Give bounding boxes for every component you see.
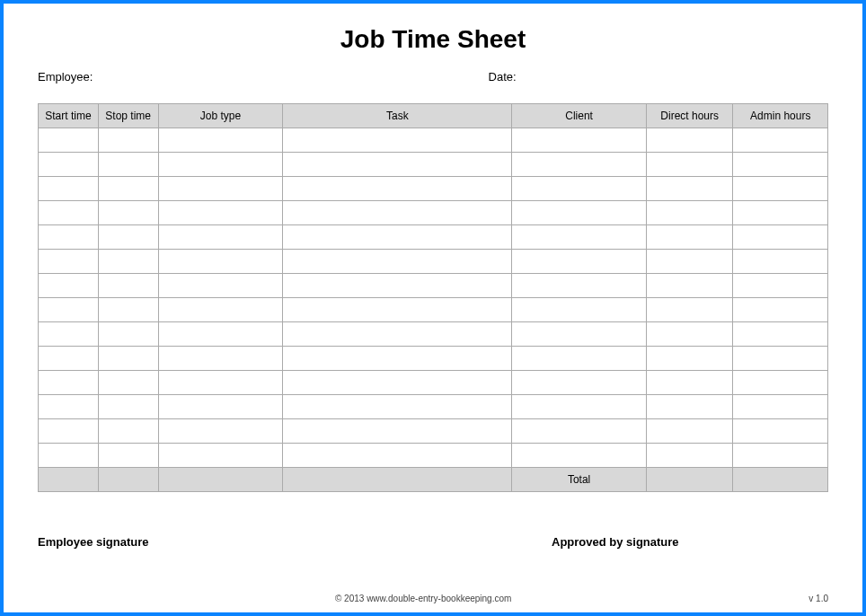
table-cell[interactable] [158,322,283,347]
table-cell[interactable] [512,444,646,468]
table-cell[interactable] [646,128,733,153]
table-cell[interactable] [283,298,512,322]
table-cell[interactable] [158,298,283,322]
table-cell[interactable] [283,395,512,419]
table-cell[interactable] [39,322,99,347]
table-cell[interactable] [646,322,733,347]
table-cell[interactable] [512,177,646,201]
table-cell[interactable] [158,395,283,419]
table-cell[interactable] [646,298,733,322]
table-cell[interactable] [39,444,99,468]
table-cell[interactable] [158,444,283,468]
table-cell[interactable] [512,347,646,371]
table-cell[interactable] [283,371,512,395]
table-cell[interactable] [646,225,733,250]
table-cell[interactable] [512,371,646,395]
table-cell[interactable] [646,153,733,177]
table-cell[interactable] [158,419,283,444]
table-cell[interactable] [733,274,828,298]
table-cell[interactable] [733,395,828,419]
table-cell[interactable] [512,225,646,250]
table-cell[interactable] [98,201,158,225]
table-cell[interactable] [283,419,512,444]
table-cell[interactable] [283,250,512,274]
table-cell[interactable] [733,128,828,153]
table-cell[interactable] [512,322,646,347]
table-cell[interactable] [646,395,733,419]
table-cell[interactable] [158,153,283,177]
table-cell[interactable] [158,201,283,225]
table-cell[interactable] [733,444,828,468]
table-cell[interactable] [98,371,158,395]
table-cell[interactable] [98,347,158,371]
table-cell[interactable] [98,444,158,468]
table-cell[interactable] [733,347,828,371]
table-cell[interactable] [98,395,158,419]
table-cell[interactable] [39,250,99,274]
table-cell[interactable] [98,128,158,153]
table-cell[interactable] [733,225,828,250]
table-cell[interactable] [283,153,512,177]
table-cell[interactable] [646,177,733,201]
table-cell[interactable] [512,201,646,225]
table-cell[interactable] [733,153,828,177]
table-cell[interactable] [98,419,158,444]
table-cell[interactable] [733,250,828,274]
table-cell[interactable] [283,225,512,250]
table-cell[interactable] [158,128,283,153]
table-cell[interactable] [39,419,99,444]
table-cell[interactable] [283,128,512,153]
table-cell[interactable] [39,201,99,225]
table-cell[interactable] [733,298,828,322]
table-row [39,274,828,298]
table-cell[interactable] [283,347,512,371]
table-cell[interactable] [39,128,99,153]
table-cell[interactable] [39,371,99,395]
table-cell[interactable] [98,322,158,347]
table-cell[interactable] [283,444,512,468]
table-cell[interactable] [158,274,283,298]
table-cell[interactable] [646,250,733,274]
table-cell[interactable] [512,298,646,322]
table-cell[interactable] [646,274,733,298]
table-cell[interactable] [39,395,99,419]
table-cell[interactable] [39,153,99,177]
table-cell[interactable] [39,274,99,298]
table-cell[interactable] [98,225,158,250]
table-cell[interactable] [733,419,828,444]
table-cell[interactable] [733,371,828,395]
table-cell[interactable] [283,274,512,298]
table-cell[interactable] [98,153,158,177]
table-cell[interactable] [646,419,733,444]
table-cell[interactable] [158,371,283,395]
table-cell[interactable] [39,347,99,371]
table-cell[interactable] [646,347,733,371]
table-cell[interactable] [733,177,828,201]
table-cell[interactable] [98,177,158,201]
table-cell[interactable] [646,371,733,395]
table-cell[interactable] [283,201,512,225]
table-cell[interactable] [158,225,283,250]
table-cell[interactable] [283,322,512,347]
table-cell[interactable] [512,153,646,177]
table-cell[interactable] [512,419,646,444]
table-row [39,128,828,153]
table-cell[interactable] [733,201,828,225]
table-cell[interactable] [512,274,646,298]
table-cell[interactable] [646,444,733,468]
table-cell[interactable] [512,128,646,153]
table-cell[interactable] [158,347,283,371]
table-cell[interactable] [646,201,733,225]
table-cell[interactable] [39,225,99,250]
table-cell[interactable] [512,395,646,419]
table-cell[interactable] [733,322,828,347]
table-cell[interactable] [39,298,99,322]
table-cell[interactable] [98,298,158,322]
table-cell[interactable] [39,177,99,201]
table-cell[interactable] [98,250,158,274]
table-cell[interactable] [158,177,283,201]
table-cell[interactable] [98,274,158,298]
table-cell[interactable] [512,250,646,274]
table-cell[interactable] [283,177,512,201]
table-cell[interactable] [158,250,283,274]
